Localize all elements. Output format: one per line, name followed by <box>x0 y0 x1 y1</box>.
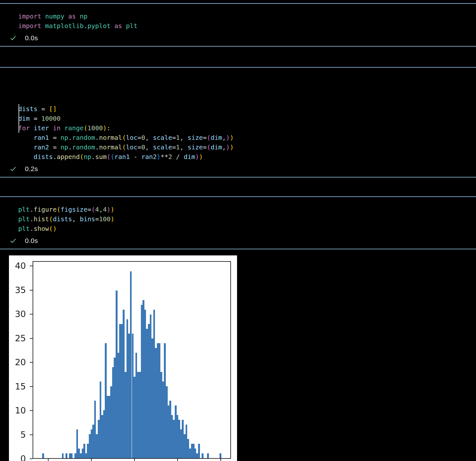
y-tick-mark <box>30 266 33 266</box>
code-line: plt.hist(dists, bins=100) <box>18 214 476 224</box>
execution-status-cell-2: 0.2s <box>0 164 476 174</box>
success-check-icon <box>10 165 17 172</box>
histogram-bar <box>71 453 73 458</box>
histogram-output-figure: 05101520253035401.901.952.002.052.10 <box>9 255 237 461</box>
histogram-bar <box>202 453 203 458</box>
code-line: dim = 10000 <box>18 114 476 123</box>
y-tick-mark <box>30 314 33 314</box>
execution-status-cell-3: 0.0s <box>0 236 476 246</box>
y-tick-label: 20 <box>7 358 26 367</box>
code-line: import matplotlib.pyplot as plt <box>18 21 476 31</box>
code-editor-cell-1[interactable]: import numpy as npimport matplotlib.pypl… <box>0 11 476 31</box>
code-line: for iter in range(1000): <box>18 123 476 133</box>
code-line: dists = [] <box>18 104 476 114</box>
code-line: plt.show() <box>18 224 476 233</box>
y-tick-mark <box>30 410 33 411</box>
execution-status-cell-1: 0.0s <box>0 33 476 43</box>
y-tick-mark <box>30 386 33 387</box>
histogram-bar <box>198 444 200 458</box>
code-editor-cell-2[interactable]: dists = []dim = 10000for iter in range(1… <box>0 75 476 162</box>
y-tick-label: 40 <box>7 261 26 270</box>
notebook-cell-3[interactable]: plt.figure(figsize=(4,4))plt.hist(dists,… <box>0 196 476 249</box>
y-tick-mark <box>30 362 33 363</box>
indent-guide <box>19 104 19 133</box>
histogram-bar <box>42 453 44 458</box>
y-tick-mark <box>30 290 33 291</box>
histogram-bars <box>33 262 230 458</box>
success-check-icon <box>10 34 17 42</box>
histogram-bar <box>65 453 67 458</box>
y-tick-label: 10 <box>7 406 26 415</box>
notebook: import numpy as npimport matplotlib.pypl… <box>0 3 476 461</box>
x-tick-mark <box>177 459 178 461</box>
histogram-bar <box>207 453 209 458</box>
success-check-icon <box>10 237 17 244</box>
plot-axes-box <box>33 261 231 459</box>
output-gap <box>0 249 476 255</box>
y-tick-label: 30 <box>7 310 26 318</box>
y-tick-mark <box>30 338 33 339</box>
x-tick-mark <box>91 459 92 461</box>
y-tick-label: 5 <box>7 430 26 439</box>
code-line: dists.append(np.sum((ran1 - ran2)**2 / d… <box>18 152 476 162</box>
y-tick-mark <box>30 458 33 459</box>
code-editor-cell-3[interactable]: plt.figure(figsize=(4,4))plt.hist(dists,… <box>0 205 476 233</box>
code-line: import numpy as np <box>18 11 476 21</box>
notebook-cell-1[interactable]: import numpy as npimport matplotlib.pypl… <box>0 3 476 47</box>
x-tick-mark <box>134 459 135 461</box>
execution-time: 0.0s <box>25 34 38 42</box>
y-tick-label: 0 <box>7 454 26 461</box>
code-line: ran2 = np.random.normal(loc=0, scale=1, … <box>18 142 476 152</box>
histogram-bar <box>219 453 221 458</box>
cell-gap <box>0 47 476 67</box>
execution-time: 0.2s <box>25 165 38 173</box>
y-tick-label: 15 <box>7 382 26 391</box>
notebook-cell-2[interactable]: dists = []dim = 10000for iter in range(1… <box>0 67 476 178</box>
histogram-bar <box>62 453 64 458</box>
code-line: plt.figure(figsize=(4,4)) <box>18 205 476 214</box>
execution-time: 0.0s <box>25 237 38 245</box>
y-tick-label: 35 <box>7 286 26 294</box>
x-tick-mark <box>220 459 221 461</box>
x-tick-mark <box>48 459 49 461</box>
cell-gap <box>0 178 476 196</box>
code-line: ran1 = np.random.normal(loc=0, scale=1, … <box>18 133 476 142</box>
y-tick-label: 25 <box>7 334 26 343</box>
y-tick-mark <box>30 435 33 435</box>
